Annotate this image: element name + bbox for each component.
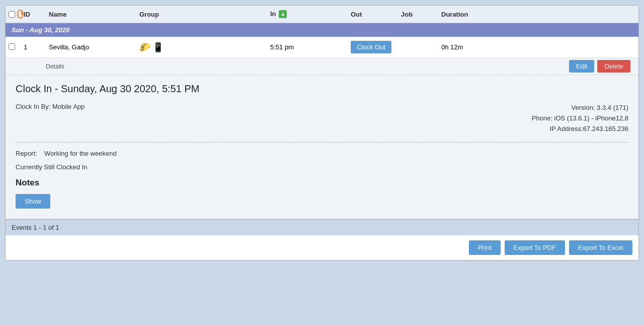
col-duration: Duration — [441, 11, 502, 18]
main-container: ID Name Group In ▲ Out Job Duration Sun … — [5, 5, 639, 261]
row-checkbox-col — [9, 43, 24, 51]
details-info-row: Clock In By: Mobile App Version: 3.3.4 (… — [16, 103, 628, 134]
row-duration: 0h 12m — [441, 43, 502, 51]
col-group: Group — [139, 11, 270, 18]
clock-in-title: Clock In - Sunday, Aug 30 2020, 5:51 PM — [16, 83, 628, 95]
print-button[interactable]: Print — [469, 240, 501, 255]
row-group-icons: 🌮 📱 — [139, 42, 270, 53]
details-label: Details — [46, 63, 64, 70]
details-row: Details Edit Delete Clock In - Sunday, A… — [6, 58, 638, 219]
details-header: Details Edit Delete — [6, 58, 638, 75]
row-clock-out-col: Clock Out — [351, 41, 401, 53]
bottom-actions: Print Export To PDF Export To Excel — [6, 235, 638, 260]
date-group-row: Sun - Aug 30, 2020 — [6, 23, 638, 37]
row-id: 1 — [24, 43, 49, 51]
export-pdf-button[interactable]: Export To PDF — [505, 240, 565, 255]
events-label: Events 1 - 1 of 1 — [12, 224, 59, 231]
version-info: Version: 3.3.4 (171) — [532, 103, 628, 113]
row-checkbox[interactable] — [9, 43, 15, 50]
col-out: Out — [351, 11, 401, 18]
details-actions: Edit Delete — [569, 60, 635, 73]
clock-in-by: Clock In By: Mobile App — [16, 103, 85, 134]
ip-address-info: IP Address:67.243.165.236 — [532, 124, 628, 135]
header-checkbox-col — [9, 10, 24, 19]
sort-in-icon[interactable]: ▲ — [279, 10, 287, 18]
row-clock-in-time: 5:51 pm — [270, 43, 351, 51]
export-excel-button[interactable]: Export To Excel — [569, 240, 632, 255]
clock-icon — [17, 10, 24, 19]
phone-icon: 📱 — [152, 42, 164, 53]
table-header: ID Name Group In ▲ Out Job Duration — [6, 6, 638, 23]
footer-row: Events 1 - 1 of 1 — [6, 219, 638, 235]
details-report: Report: Working for the weekend — [16, 150, 628, 157]
select-all-checkbox[interactable] — [9, 11, 15, 18]
details-right-info: Version: 3.3.4 (171) Phone: iOS (13.6.1)… — [532, 103, 628, 134]
col-id: ID — [24, 11, 49, 18]
report-label: Report: — [16, 150, 37, 157]
col-name: Name — [49, 11, 139, 18]
delete-button[interactable]: Delete — [597, 60, 630, 73]
details-divider — [16, 142, 628, 143]
show-button[interactable]: Show — [16, 194, 50, 209]
table-row: 1 Sevilla, Gadjo 🌮 📱 5:51 pm Clock Out 0… — [6, 37, 638, 58]
report-value: Working for the weekend — [44, 150, 117, 157]
phone-info: Phone: iOS (13.6.1) - iPhone12,8 — [532, 113, 628, 124]
edit-button[interactable]: Edit — [569, 60, 594, 73]
col-job: Job — [401, 11, 441, 18]
col-in: In ▲ — [270, 10, 351, 19]
date-group-label: Sun - Aug 30, 2020 — [12, 26, 69, 34]
taco-icon: 🌮 — [139, 42, 150, 53]
notes-title: Notes — [16, 178, 628, 188]
clocked-status: Currently Still Clocked In — [16, 163, 628, 171]
clock-out-button[interactable]: Clock Out — [351, 41, 391, 53]
details-content: Clock In - Sunday, Aug 30 2020, 5:51 PM … — [6, 75, 638, 219]
row-name: Sevilla, Gadjo — [49, 43, 139, 51]
